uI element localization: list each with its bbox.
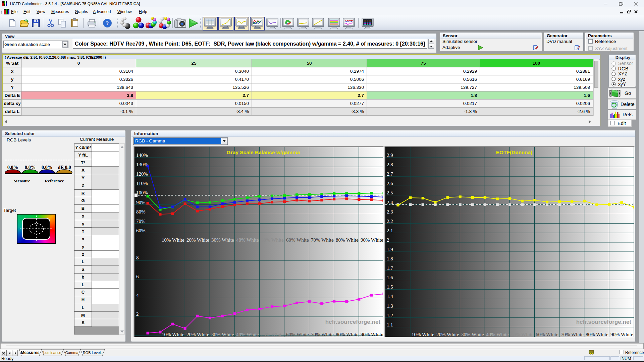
svg-text:2.1: 2.1	[387, 228, 393, 233]
svg-text:30% White: 30% White	[211, 332, 234, 337]
svg-text:1.2: 1.2	[387, 313, 393, 318]
svg-text:1.4: 1.4	[387, 294, 393, 299]
svg-text:Luminance: Luminance	[43, 351, 61, 355]
svg-text:10% White: 10% White	[412, 332, 434, 337]
svg-text:80% White: 80% White	[336, 237, 359, 243]
svg-text:1.3: 1.3	[387, 303, 393, 309]
svg-text:?: ?	[106, 20, 109, 26]
svg-text:2.4: 2.4	[387, 200, 393, 205]
svg-text:80%: 80%	[136, 209, 146, 215]
svg-text:20% White: 20% White	[186, 237, 209, 243]
svg-text:10% White: 10% White	[162, 237, 184, 243]
svg-text:40% White: 40% White	[486, 332, 509, 337]
svg-text:30% White: 30% White	[211, 237, 234, 243]
svg-text:1.5: 1.5	[387, 284, 393, 290]
svg-text:hcfr.sourceforge.net: hcfr.sourceforge.net	[576, 319, 632, 325]
svg-text:60% White: 60% White	[536, 332, 558, 337]
svg-text:20% White: 20% White	[436, 332, 459, 337]
svg-text:60% White: 60% White	[286, 332, 309, 337]
svg-text:1.8: 1.8	[387, 256, 393, 261]
svg-text:2: 2	[387, 237, 389, 243]
svg-text:1.6: 1.6	[387, 275, 393, 280]
svg-text:60% White: 60% White	[286, 237, 309, 243]
svg-text:2.8: 2.8	[387, 162, 393, 167]
svg-text:2: 2	[136, 311, 139, 317]
svg-text:1.9: 1.9	[387, 247, 393, 252]
svg-text:40% White: 40% White	[236, 332, 259, 337]
svg-text:50% White: 50% White	[261, 237, 284, 243]
svg-text:4: 4	[136, 293, 139, 298]
svg-text:Measures: Measures	[21, 350, 40, 355]
svg-text:2.2: 2.2	[387, 219, 393, 224]
svg-text:90% White: 90% White	[610, 332, 633, 337]
svg-text:2.3: 2.3	[387, 209, 393, 215]
svg-text:8: 8	[136, 255, 139, 260]
svg-text:30% White: 30% White	[461, 332, 484, 337]
svg-text:1.7: 1.7	[387, 265, 393, 271]
svg-text:60%: 60%	[136, 228, 146, 233]
svg-text:50% White: 50% White	[261, 332, 284, 337]
svg-text:80% White: 80% White	[586, 332, 608, 337]
svg-text:Gray Scale Balance w/gamma: Gray Scale Balance w/gamma	[227, 149, 300, 155]
svg-text:140%: 140%	[136, 153, 148, 158]
svg-text:40% White: 40% White	[236, 237, 259, 243]
svg-text:70%: 70%	[136, 219, 146, 224]
svg-text:1.1: 1.1	[387, 322, 393, 327]
svg-text:80% White: 80% White	[336, 332, 359, 337]
svg-text:120%: 120%	[136, 171, 148, 177]
svg-text:90%: 90%	[136, 200, 146, 205]
svg-text:70% White: 70% White	[311, 237, 334, 243]
svg-text:50% White: 50% White	[511, 332, 534, 337]
svg-text:2.6: 2.6	[387, 181, 393, 186]
svg-text:90% White: 90% White	[361, 332, 383, 337]
svg-text:130%: 130%	[136, 162, 148, 167]
svg-text:2.5: 2.5	[387, 190, 393, 195]
svg-text:100%: 100%	[136, 190, 148, 195]
svg-text:70% White: 70% White	[561, 332, 584, 337]
svg-text:2.9: 2.9	[387, 153, 393, 158]
svg-text:90% White: 90% White	[361, 237, 383, 243]
svg-text:6: 6	[136, 274, 139, 279]
svg-text:70% White: 70% White	[311, 332, 334, 337]
svg-text:2.7: 2.7	[387, 171, 393, 177]
svg-text:20% White: 20% White	[186, 332, 209, 337]
svg-text:EOTF(Gamma): EOTF(Gamma)	[496, 149, 533, 155]
svg-text:10% White: 10% White	[162, 332, 184, 337]
svg-text:Gamma: Gamma	[65, 351, 78, 355]
svg-text:110%: 110%	[136, 181, 148, 186]
svg-text:hcfr.sourceforge.net: hcfr.sourceforge.net	[325, 319, 381, 325]
svg-text:RGB Levels: RGB Levels	[83, 351, 103, 355]
